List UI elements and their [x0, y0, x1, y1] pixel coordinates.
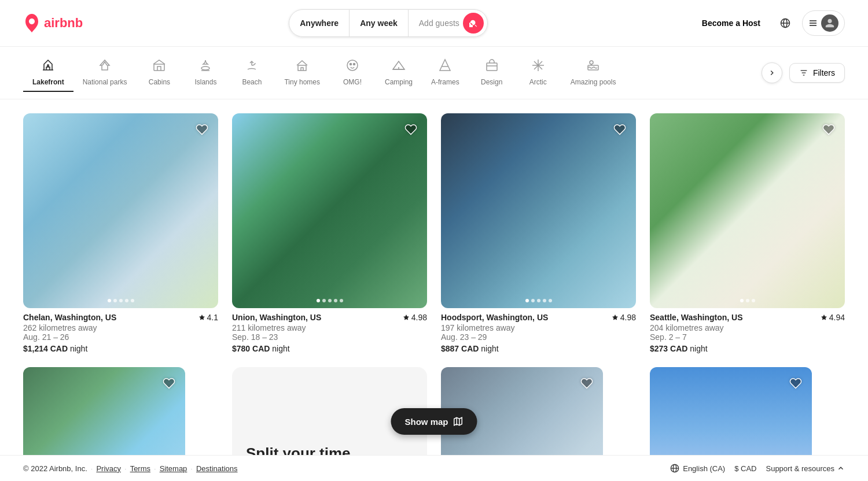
listing-dates: Aug. 21 – 26: [23, 332, 218, 342]
dot: [531, 299, 535, 302]
dot-indicators: [317, 299, 343, 302]
category-arctic[interactable]: Arctic: [515, 54, 561, 92]
listing-dates: Aug. 23 – 29: [441, 332, 636, 342]
wishlist-button[interactable]: [786, 374, 805, 393]
category-amazing-pools[interactable]: Amazing pools: [561, 54, 626, 92]
rating-value: 4.1: [207, 313, 218, 322]
category-beach-label: Beach: [242, 78, 262, 86]
category-nav-arrow[interactable]: [762, 62, 782, 83]
search-guests[interactable]: Add guests: [409, 10, 463, 36]
dot-indicators: [525, 299, 552, 302]
copyright: © 2022 Airbnb, Inc.: [23, 464, 87, 473]
user-menu[interactable]: [802, 10, 845, 36]
listing-price: $780 CAD night: [232, 344, 427, 353]
listing-price: $1,214 CAD night: [23, 344, 218, 353]
dot: [119, 299, 123, 302]
category-camping[interactable]: Camping: [376, 54, 422, 92]
listing-card[interactable]: Union, Washington, US 4.98 211 kilometre…: [232, 113, 427, 353]
heart-icon: [822, 123, 835, 136]
wishlist-button[interactable]: [160, 374, 178, 393]
logo[interactable]: airbnb: [23, 14, 83, 32]
dot: [328, 299, 332, 302]
dot: [746, 299, 749, 302]
wishlist-button[interactable]: [819, 120, 838, 139]
category-lakefront[interactable]: Lakefront: [23, 54, 73, 92]
listing-header: Seattle, Washington, US 4.94: [650, 313, 845, 322]
listing-location: Union, Washington, US: [232, 313, 321, 322]
category-beach[interactable]: Beach: [229, 54, 275, 92]
dot: [108, 299, 111, 302]
filters-button[interactable]: Filters: [789, 63, 845, 83]
category-design[interactable]: Design: [469, 54, 515, 92]
listing-card[interactable]: Seattle, Washington, US 4.94 204 kilomet…: [650, 113, 845, 353]
wishlist-button[interactable]: [193, 120, 211, 139]
category-omg-label: OMG!: [343, 78, 362, 86]
listing-image-wrap: [650, 113, 845, 308]
dot: [125, 299, 128, 302]
search-button[interactable]: [463, 13, 484, 34]
category-national-parks[interactable]: National parks: [73, 54, 137, 92]
show-map-button[interactable]: Show map: [391, 408, 477, 435]
chevron-right-icon: [768, 69, 776, 77]
listing-rating: 4.98: [612, 313, 636, 322]
listing-price: $273 CAD night: [650, 344, 845, 353]
header: airbnb Anywhere Any week Add guests Beco…: [0, 0, 868, 47]
lakefront-icon: [41, 58, 55, 75]
listing-image: [441, 113, 636, 308]
a-frames-icon: [438, 58, 452, 75]
search-location[interactable]: Anywhere: [289, 10, 350, 36]
star-icon: [403, 314, 410, 321]
footer-currency-group[interactable]: $ CAD: [734, 464, 756, 473]
dot: [549, 299, 552, 302]
footer-support-button[interactable]: Support & resources: [766, 464, 845, 473]
filters-icon: [799, 68, 808, 77]
listing-rating: 4.1: [198, 313, 218, 322]
become-host-button[interactable]: Become a Host: [694, 13, 768, 34]
dot: [740, 299, 744, 302]
wishlist-button[interactable]: [402, 120, 420, 139]
camping-icon: [392, 58, 406, 75]
dot: [334, 299, 337, 302]
listing-location: Seattle, Washington, US: [650, 313, 743, 322]
wishlist-button[interactable]: [610, 120, 629, 139]
category-tiny-homes[interactable]: Tiny homes: [275, 54, 329, 92]
heart-icon: [613, 123, 626, 136]
category-arctic-label: Arctic: [529, 78, 547, 86]
listing-info: Seattle, Washington, US 4.94 204 kilomet…: [650, 308, 845, 353]
listing-header: Union, Washington, US 4.98: [232, 313, 427, 322]
listings-grid: Chelan, Washington, US 4.1 262 kilometre…: [23, 113, 845, 353]
category-islands[interactable]: Islands: [182, 54, 229, 92]
globe-icon: [780, 18, 790, 28]
national-parks-icon: [98, 58, 112, 75]
star-icon: [821, 314, 827, 321]
listing-image: [232, 113, 427, 308]
star-icon: [198, 314, 205, 321]
footer-destinations-link[interactable]: Destinations: [196, 464, 238, 473]
wishlist-button[interactable]: [578, 374, 596, 393]
dot: [340, 299, 343, 302]
listing-image: [23, 113, 218, 308]
category-a-frames[interactable]: A-frames: [422, 54, 469, 92]
svg-rect-16: [487, 63, 497, 71]
category-omg[interactable]: OMG!: [329, 54, 376, 92]
listing-location: Hoodsport, Washington, US: [441, 313, 548, 322]
footer-right: English (CA) $ CAD Support & resources: [670, 464, 845, 473]
dot: [752, 299, 755, 302]
footer-privacy-link[interactable]: Privacy: [96, 464, 121, 473]
search-dates[interactable]: Any week: [350, 10, 409, 36]
footer-sitemap-link[interactable]: Sitemap: [160, 464, 187, 473]
amazing-pools-icon: [586, 58, 600, 75]
footer-terms-link[interactable]: Terms: [130, 464, 150, 473]
category-cabins[interactable]: Cabins: [136, 54, 182, 92]
footer-language-group[interactable]: English (CA): [670, 464, 725, 473]
listing-card[interactable]: Hoodsport, Washington, US 4.98 197 kilom…: [441, 113, 636, 353]
category-tiny-homes-label: Tiny homes: [284, 78, 320, 86]
category-camping-label: Camping: [385, 78, 413, 86]
rating-value: 4.94: [829, 313, 845, 322]
listing-card[interactable]: Chelan, Washington, US 4.1 262 kilometre…: [23, 113, 218, 353]
category-islands-label: Islands: [194, 78, 216, 86]
search-bar: Anywhere Any week Add guests: [289, 9, 488, 37]
language-button[interactable]: [773, 11, 797, 35]
dot: [131, 299, 134, 302]
footer: © 2022 Airbnb, Inc. · Privacy · Terms · …: [0, 455, 868, 481]
